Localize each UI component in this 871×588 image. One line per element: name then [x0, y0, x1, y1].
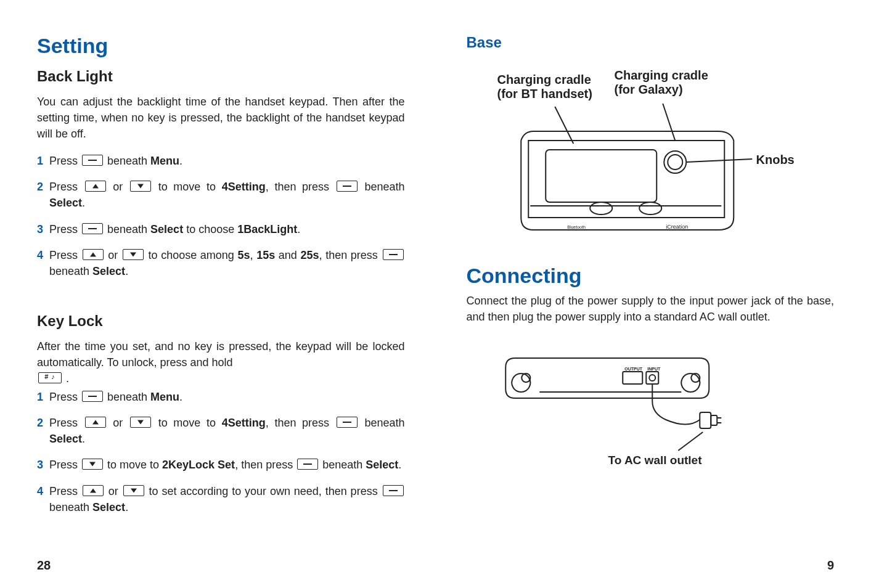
- step-text: to set according to your own need, then …: [145, 485, 382, 497]
- page-left: Setting Back Light You can adjust the ba…: [37, 34, 405, 588]
- step-number: 4: [37, 247, 43, 263]
- down-arrow-key-icon: [130, 181, 151, 192]
- step: 1 Press beneath Menu.: [37, 389, 405, 405]
- step: 3 Press beneath Select to choose 1BackLi…: [37, 221, 405, 237]
- step-text: .: [82, 433, 85, 445]
- intro-text: .: [63, 372, 69, 385]
- step-text: beneath: [49, 265, 92, 277]
- step: 2 Press or to move to 4Setting, then pre…: [37, 415, 405, 447]
- bold: Menu: [150, 155, 179, 167]
- logo-icreation: iCreation: [666, 224, 688, 230]
- step-number: 4: [37, 483, 43, 499]
- label-cradle-galaxy: Charging cradle (for Galaxy): [615, 68, 719, 97]
- svg-rect-14: [711, 415, 717, 425]
- dash-key-icon: [82, 223, 103, 234]
- heading-setting: Setting: [37, 34, 405, 58]
- step-text: beneath: [359, 181, 405, 193]
- step-text: .: [82, 197, 85, 209]
- connect-diagram: To AC wall outlet: [467, 340, 835, 484]
- down-arrow-key-icon: [123, 485, 144, 496]
- step-text: .: [125, 265, 128, 277]
- step-text: beneath: [359, 417, 405, 429]
- step-text: .: [179, 391, 182, 403]
- step-text: beneath: [104, 223, 150, 235]
- hash-key-icon: [38, 372, 62, 383]
- step-text: or: [107, 417, 129, 429]
- step-text: beneath: [49, 501, 92, 513]
- step-text: Press: [49, 485, 81, 497]
- step: 1 Press beneath Menu.: [37, 153, 405, 169]
- page-number-right: 9: [827, 558, 834, 573]
- port-input-label: INPUT: [647, 367, 661, 371]
- bold: 25s: [301, 249, 319, 261]
- svg-point-12: [649, 375, 655, 381]
- step-text: Press: [49, 391, 81, 403]
- bold: 5s: [238, 249, 250, 261]
- up-arrow-key-icon: [83, 485, 104, 496]
- step: 4 Press or to choose among 5s, 15s and 2…: [37, 247, 405, 279]
- dash-key-icon: [383, 485, 404, 496]
- step-text: to choose among: [145, 249, 238, 261]
- svg-line-17: [678, 432, 703, 451]
- step-text: to move to: [152, 417, 222, 429]
- step-text: , then press: [266, 181, 335, 193]
- page-spread: Setting Back Light You can adjust the ba…: [37, 34, 834, 588]
- svg-point-2: [668, 155, 682, 169]
- step-text: ,: [250, 249, 257, 261]
- bold: Select: [150, 223, 183, 235]
- step-text: beneath: [104, 155, 150, 167]
- label-cradle-bt: Charging cradle (for BT handset): [497, 73, 602, 101]
- step-text: .: [179, 155, 182, 167]
- step: 2 Press or to move to 4Setting, then pre…: [37, 179, 405, 211]
- bold: 15s: [256, 249, 275, 261]
- up-arrow-key-icon: [83, 249, 104, 260]
- step-text: .: [125, 501, 128, 513]
- step-number: 3: [37, 221, 43, 237]
- step-text: Press: [49, 459, 81, 471]
- step-text: beneath: [319, 459, 366, 471]
- bold: Select: [49, 433, 82, 445]
- bold: Select: [92, 501, 125, 513]
- paragraph-keylock-intro: After the time you set, and no key is pr…: [37, 338, 405, 386]
- dash-key-icon: [82, 391, 103, 402]
- step-text: beneath: [104, 391, 150, 403]
- step-text: Press: [49, 417, 84, 429]
- down-arrow-key-icon: [130, 417, 151, 428]
- bold: 4Setting: [222, 417, 266, 429]
- bold: 4Setting: [222, 181, 266, 193]
- bold: Select: [49, 197, 82, 209]
- bold: Select: [92, 265, 125, 277]
- logo-bluetooth: Bluetooth: [567, 225, 586, 229]
- step-text: , then press: [319, 249, 382, 261]
- heading-connecting: Connecting: [467, 264, 835, 288]
- svg-rect-11: [646, 372, 658, 384]
- down-arrow-key-icon: [82, 459, 103, 470]
- step-number: 2: [37, 179, 43, 195]
- port-output-label: OUTPUT: [624, 367, 643, 371]
- bold: Menu: [150, 391, 179, 403]
- dash-key-icon: [337, 181, 358, 192]
- svg-rect-0: [546, 150, 656, 202]
- svg-line-6: [555, 107, 573, 144]
- step-text: to choose: [183, 223, 237, 235]
- step-text: or: [105, 485, 122, 497]
- up-arrow-key-icon: [85, 417, 106, 428]
- step-text: Press: [49, 223, 81, 235]
- up-arrow-key-icon: [85, 181, 106, 192]
- svg-line-8: [686, 159, 752, 162]
- paragraph-backlight-intro: You can adjust the backlight time of the…: [37, 94, 405, 142]
- intro-text: After the time you set, and no key is pr…: [37, 340, 405, 369]
- dash-key-icon: [297, 459, 318, 470]
- step-number: 3: [37, 457, 43, 473]
- svg-rect-10: [623, 372, 642, 384]
- step-text: or: [105, 249, 121, 261]
- dash-key-icon: [383, 249, 404, 260]
- step-text: to move to: [152, 181, 222, 193]
- bold: 2KeyLock Set: [162, 459, 235, 471]
- steps-backlight: 1 Press beneath Menu. 2 Press or to move…: [37, 153, 405, 289]
- heading-keylock: Key Lock: [37, 312, 405, 330]
- page-right: Base Charging cradle (for BT handset) Ch…: [467, 34, 835, 588]
- down-arrow-key-icon: [123, 249, 144, 260]
- step-number: 1: [37, 389, 43, 405]
- paragraph-connecting: Connect the plug of the power supply to …: [467, 293, 835, 325]
